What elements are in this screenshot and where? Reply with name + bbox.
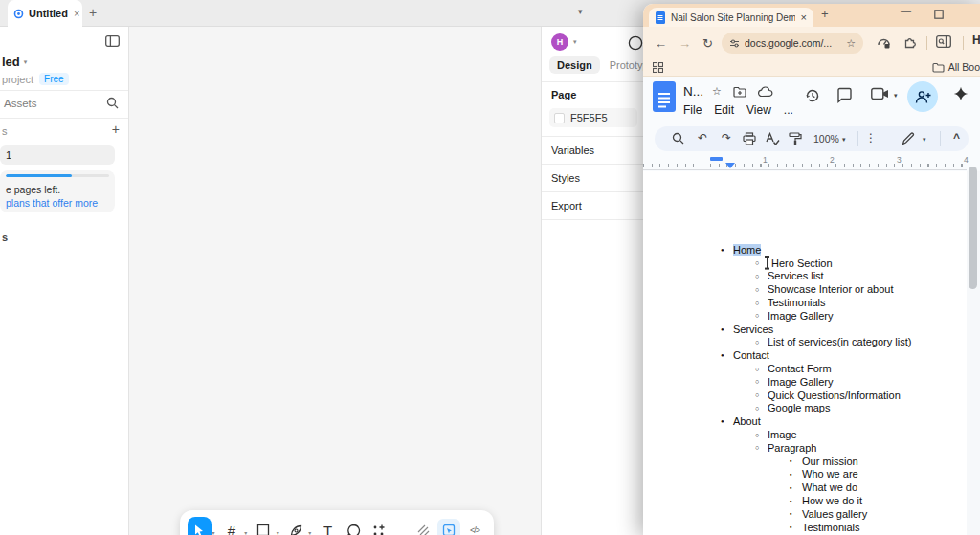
redo-icon[interactable]: ↷	[722, 131, 731, 145]
menu-item[interactable]: File	[683, 103, 702, 117]
list-item[interactable]: ○Showcase Interior or about	[643, 282, 967, 296]
list-item[interactable]: ▪How we do it	[643, 494, 967, 507]
list-item[interactable]: ●Services	[643, 323, 967, 336]
privacy-icon[interactable]	[877, 35, 891, 50]
extensions-icon[interactable]	[903, 35, 917, 49]
paint-format-icon[interactable]	[789, 132, 802, 145]
add-page-button[interactable]: +	[112, 122, 120, 137]
version-history-icon[interactable]	[804, 87, 821, 104]
list-item[interactable]: ▪Values gallery	[643, 507, 967, 521]
variables-section[interactable]: Variables	[551, 145, 594, 156]
more-options-icon[interactable]: ⋮	[865, 131, 877, 145]
maximize-window-icon[interactable]	[934, 10, 944, 19]
editing-mode-pen-icon[interactable]	[902, 132, 915, 145]
tab-assets[interactable]: Assets	[4, 98, 37, 109]
page-list-item[interactable]: 1	[0, 145, 115, 165]
menu-item[interactable]: ...	[784, 103, 793, 117]
shape-tool-button[interactable]	[252, 517, 276, 535]
chevron-down-icon[interactable]: ▾	[277, 525, 279, 535]
chevron-down-icon[interactable]: ▾	[244, 525, 247, 535]
list-item[interactable]: ●About	[643, 414, 967, 428]
list-item[interactable]: ○Image Gallery	[643, 309, 967, 323]
list-item[interactable]: ○Google maps	[643, 402, 967, 415]
google-docs-logo[interactable]	[653, 81, 676, 112]
star-document-icon[interactable]: ☆	[712, 85, 722, 98]
present-icon[interactable]	[628, 35, 643, 51]
address-bar[interactable]: docs.google.com/... ☆	[722, 33, 863, 54]
close-tab-icon[interactable]: ×	[801, 11, 807, 23]
search-menus-icon[interactable]	[672, 132, 684, 145]
chevron-down-icon[interactable]: ▾	[578, 7, 583, 16]
comments-icon[interactable]	[836, 87, 853, 103]
list-item[interactable]: ▪What we do	[643, 480, 967, 494]
print-icon[interactable]	[743, 132, 756, 145]
apps-grid-icon[interactable]	[653, 62, 663, 73]
reload-button[interactable]: ↻	[702, 36, 713, 51]
document-title[interactable]: N...	[683, 84, 703, 99]
text-tool-button[interactable]: T	[316, 517, 340, 535]
site-settings-icon[interactable]	[729, 38, 740, 49]
move-tool-button[interactable]	[188, 517, 212, 535]
list-item[interactable]: ○Paragraph	[643, 441, 967, 455]
draw-mode-icon[interactable]	[412, 519, 434, 535]
back-button[interactable]: ←	[655, 36, 667, 51]
side-panel-search-icon[interactable]	[936, 35, 951, 48]
forward-button[interactable]: →	[679, 36, 691, 51]
frame-tool-button[interactable]: #	[220, 517, 244, 535]
figma-file-tab[interactable]: Untitled ×	[8, 0, 82, 27]
list-item[interactable]: ○Services list	[643, 270, 967, 283]
new-tab-button[interactable]: +	[89, 5, 97, 20]
list-item[interactable]: ○Image Gallery	[643, 375, 967, 389]
chevron-down-icon[interactable]: ▾	[842, 136, 846, 144]
see-plans-link[interactable]: plans that offer more	[6, 197, 109, 209]
collapse-toolbar-icon[interactable]: ^	[953, 131, 960, 145]
color-swatch[interactable]	[554, 113, 565, 123]
pen-tool-button[interactable]	[284, 517, 308, 535]
export-section[interactable]: Export	[551, 200, 582, 212]
document-status-cloud-icon[interactable]	[758, 86, 773, 98]
actions-tool-button[interactable]	[367, 517, 390, 535]
minimize-window-icon[interactable]: —	[901, 5, 911, 16]
scrollbar-thumb[interactable]	[969, 167, 977, 289]
meet-video-icon[interactable]	[871, 87, 889, 100]
minimize-window-icon[interactable]: —	[611, 4, 621, 15]
list-item[interactable]: ○Quick Questions/Information	[643, 389, 967, 402]
ruler[interactable]: 1234	[643, 155, 967, 170]
list-item[interactable]: ○Image	[643, 428, 967, 441]
move-to-folder-icon[interactable]	[733, 86, 746, 98]
design-mode-icon[interactable]	[437, 519, 460, 535]
list-item[interactable]: ●Home	[643, 243, 967, 256]
tab-design[interactable]: Design	[549, 56, 600, 74]
all-bookmarks-button[interactable]: All Boo	[932, 61, 980, 73]
spell-check-icon[interactable]	[766, 132, 780, 145]
bookmark-star-icon[interactable]: ☆	[846, 37, 856, 50]
dev-mode-icon[interactable]: </>	[463, 519, 486, 535]
gemini-icon[interactable]	[953, 86, 969, 101]
page-color-row[interactable]: F5F5F5	[549, 108, 637, 127]
undo-icon[interactable]: ↶	[698, 131, 707, 145]
list-item[interactable]: ▪Testimonials	[643, 521, 967, 534]
close-tab-icon[interactable]: ×	[74, 8, 79, 19]
panel-toggle-icon[interactable]	[105, 35, 120, 47]
list-item[interactable]: ▪Who we are	[643, 468, 967, 481]
share-button[interactable]	[907, 81, 938, 112]
zoom-select[interactable]: 100%	[813, 133, 839, 145]
list-item[interactable]: ○Contact Form	[643, 362, 967, 375]
menu-item[interactable]: View	[746, 103, 771, 117]
list-item[interactable]: ○Testimonials	[643, 296, 967, 309]
list-item[interactable]: ●Contact	[643, 348, 967, 362]
avatar[interactable]: H	[551, 33, 568, 51]
browser-tab[interactable]: Nail Salon Site Planning Demo ×	[649, 8, 813, 27]
comment-tool-button[interactable]	[342, 517, 366, 535]
account-row[interactable]: H ▾	[551, 33, 577, 51]
list-item[interactable]: ▪Our mission	[643, 455, 967, 468]
chevron-down-icon[interactable]: ▾	[894, 92, 898, 100]
list-item[interactable]: ○Hero Section	[643, 256, 967, 270]
menu-item[interactable]: Edit	[714, 103, 734, 117]
new-tab-button[interactable]: +	[821, 7, 829, 21]
styles-section[interactable]: Styles	[551, 172, 580, 184]
profile-avatar[interactable]: H	[972, 33, 980, 47]
search-icon[interactable]	[106, 97, 119, 109]
hanging-indent-marker[interactable]	[725, 163, 735, 168]
chevron-down-icon[interactable]: ▾	[212, 525, 215, 535]
